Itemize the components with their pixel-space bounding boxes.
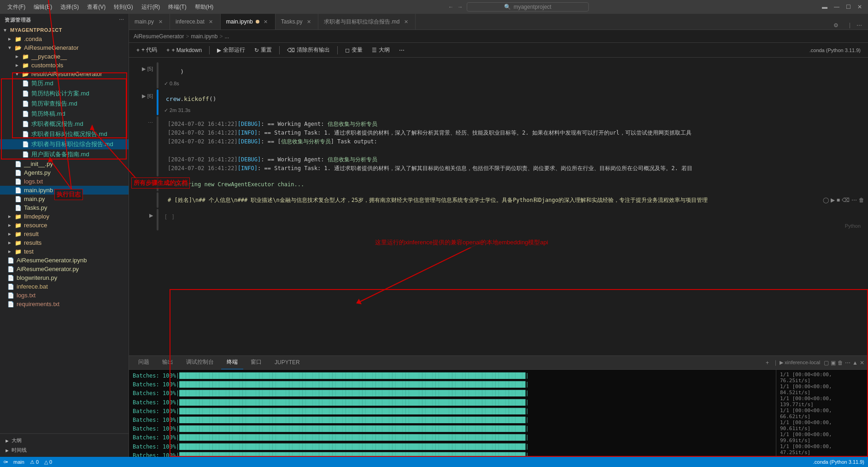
minimize-icon[interactable]: — [832,3,842,11]
menu-goto[interactable]: 转到(G) [110,2,136,12]
tree-item-airesum-py[interactable]: 📄 AiResumeGenerator.py [0,265,129,273]
tree-item-comprehensive[interactable]: 📄 求职者与目标职位综合报告.md [0,139,129,149]
tree-item-resource[interactable]: ► 📁 resource [0,221,129,230]
menu-view[interactable]: 查看(V) [83,2,109,12]
settings-icon[interactable]: ⚙ [831,21,841,30]
add-markdown-button[interactable]: + + Markdown [163,46,205,55]
outline-section[interactable]: ► 大纲 [0,436,129,445]
tree-item-interview[interactable]: 📄 用户面试备备指南.md [0,149,129,160]
cell-delete-btn[interactable]: 🗑 [859,197,864,203]
tab-main-ipynb[interactable]: main.ipynb ✕ [221,14,276,30]
tree-item-jobseeker-report[interactable]: 📄 求职者概况报告.md [0,119,129,129]
tree-project-root[interactable]: ▼ MYAGENTPROJECT [0,26,129,34]
clear-output-button[interactable]: ⌫ 清除所有输出 [283,45,334,55]
tree-item-main-ipynb[interactable]: 📄 main.ipynb [0,186,129,195]
tab-inferece-bat-close[interactable]: ✕ [207,18,215,25]
breadcrumb-item3[interactable]: ... [224,33,229,40]
tree-item-target-overview[interactable]: 📄 求职者目标岗位概况报告.md [0,129,129,139]
panel-tab-window[interactable]: 窗口 [245,356,267,369]
close-icon[interactable]: ✕ [855,3,864,11]
tree-item-llmdeploy[interactable]: ► 📁 llmdeploy [0,212,129,221]
tree-item-results[interactable]: ► 📁 results [0,238,129,247]
add-code-button[interactable]: + + 代码 [133,45,161,55]
cell-clear-btn[interactable]: ⌫ [842,197,850,203]
nav-forward-icon[interactable]: → [457,4,463,10]
tree-item-conda[interactable]: ► 📁 .conda [0,35,129,43]
menu-bar[interactable]: 文件(F) 编辑(E) 选择(S) 查看(V) 转到(G) 运行(R) 终端(T… [4,2,217,12]
tree-item-airesum[interactable]: ▼ 📂 AiResumeGenerator [0,43,129,52]
variables-button[interactable]: ◻ 变量 [341,45,366,55]
cell-run-btn[interactable]: ▶ [831,197,835,203]
tree-item-inferece-bat[interactable]: 📄 inferece.bat [0,282,129,291]
tree-item-init[interactable]: 📄 __init__.py [0,160,129,168]
breadcrumb-item1[interactable]: AiResumeGenerator [134,33,184,40]
tree-item-tasks[interactable]: 📄 Tasks.py [0,203,129,212]
tree-item-main-py[interactable]: 📄 main.py [0,195,129,203]
menu-select[interactable]: 选择(S) [57,2,82,12]
tree-item-logs2[interactable]: 📄 logs.txt [0,291,129,300]
layout-icon[interactable]: ▬ [820,3,830,11]
terminal-main[interactable]: Batches: 100%|██████████████████████████… [129,370,776,457]
tree-item-jianli-audit[interactable]: 📄 简历审查报告.md [0,99,129,109]
menu-edit[interactable]: 编辑(E) [30,2,56,12]
panel-more-icon[interactable]: ⋯ [845,360,850,366]
panel-maximize-icon[interactable]: ▲ [852,360,858,366]
menu-terminal[interactable]: 终端(T) [164,2,190,12]
tree-item-result[interactable]: ► 📁 result [0,230,129,238]
window-controls[interactable]: ▬ — ☐ ✕ [820,3,864,11]
tree-item-blogwrite[interactable]: 📄 blogwriterun.py [0,273,129,282]
nav-back-icon[interactable]: ← [448,4,454,10]
tree-item-jianli-struct[interactable]: 📄 简历结构设计方案.md [0,89,129,99]
search-bar[interactable]: 🔍 myagentproject [467,2,589,12]
restart-button[interactable]: ↻ 重置 [251,45,276,55]
run-all-button[interactable]: ▶ 全部运行 [213,45,249,55]
panel-trash-icon[interactable]: 🗑 [838,360,843,366]
tab-comprehensive-md[interactable]: 求职者与目标职位综合报告.md ✕ [318,14,416,30]
menu-run[interactable]: 运行(R) [138,2,164,12]
tab-inferece-bat[interactable]: inferece.bat ✕ [170,14,221,30]
cell-5-run-icon[interactable]: ▶ [142,66,146,72]
tree-item-test[interactable]: ► 📁 test [0,247,129,256]
panel-split-icon[interactable]: ⎹ [771,360,776,366]
tree-item-airesum-ipynb[interactable]: 📄 AiResumeGenerator.ipynb [0,256,129,265]
more-button[interactable]: ⋯ [395,46,408,55]
menu-help[interactable]: 帮助(H) [191,2,217,12]
tree-item-agents[interactable]: 📄 Agents.py [0,168,129,177]
cell-empty-run-icon[interactable]: ▶ [149,213,153,219]
tree-item-logs[interactable]: 📄 logs.txt [0,177,129,186]
maximize-icon[interactable]: ☐ [844,3,853,11]
tree-item-jianli-final[interactable]: 📄 简历终稿.md [0,109,129,119]
panel-tab-jupyter[interactable]: JUPYTER [269,356,305,369]
tree-item-result-folder[interactable]: ▼ 📂 result\AiResumeGenerator [0,70,129,78]
panel-dock-icon[interactable]: ▢ [824,360,829,366]
tab-main-py-close[interactable]: ✕ [157,18,164,25]
panel-copy-icon[interactable]: ▣ [831,360,836,366]
breadcrumb-item2[interactable]: main.ipynb [191,33,217,40]
sidebar-more-icon[interactable]: ⋯ [119,17,124,23]
tree-item-requirements[interactable]: 📄 requirements.txt [0,300,129,308]
timeline-section[interactable]: ► 时间线 [0,445,129,455]
more-tabs-icon[interactable]: ⋯ [854,21,864,30]
outline-button[interactable]: ☰ 大纲 [368,45,393,55]
panel-tab-debug[interactable]: 调试控制台 [181,356,219,369]
tab-main-ipynb-close[interactable]: ✕ [262,18,270,25]
cell-more-btn[interactable]: ⋯ [851,197,857,203]
tab-comprehensive-md-close[interactable]: ✕ [402,18,410,25]
cell-expand-icon[interactable]: ◯ [823,197,829,203]
panel-close-icon[interactable]: ✕ [860,360,864,366]
cell-debug-more-icon[interactable]: ⋯ [148,120,153,126]
cell-stop-btn[interactable]: ■ [837,197,840,203]
menu-file[interactable]: 文件(F) [4,2,29,12]
panel-tab-problems[interactable]: 问题 [133,356,155,369]
tree-item-customtools[interactable]: ► 📁 customtools [0,61,129,70]
tree-item-jianli[interactable]: 📄 简历.md [0,78,129,89]
panel-add-icon[interactable]: + [766,360,769,366]
tab-tasks-py-close[interactable]: ✕ [305,18,312,25]
panel-tab-output[interactable]: 输出 [157,356,179,369]
split-editor-icon[interactable]: ⎹ [843,21,852,30]
panel-tab-terminal[interactable]: 终端 [221,356,243,369]
python-env-status[interactable]: .conda (Python 3.11.9) [813,459,864,465]
tree-item-pycache[interactable]: ► 📁 __pycache__ [0,52,129,61]
tab-main-py[interactable]: main.py ✕ [129,14,170,30]
cell-6-run-icon[interactable]: ▶ [142,93,146,99]
